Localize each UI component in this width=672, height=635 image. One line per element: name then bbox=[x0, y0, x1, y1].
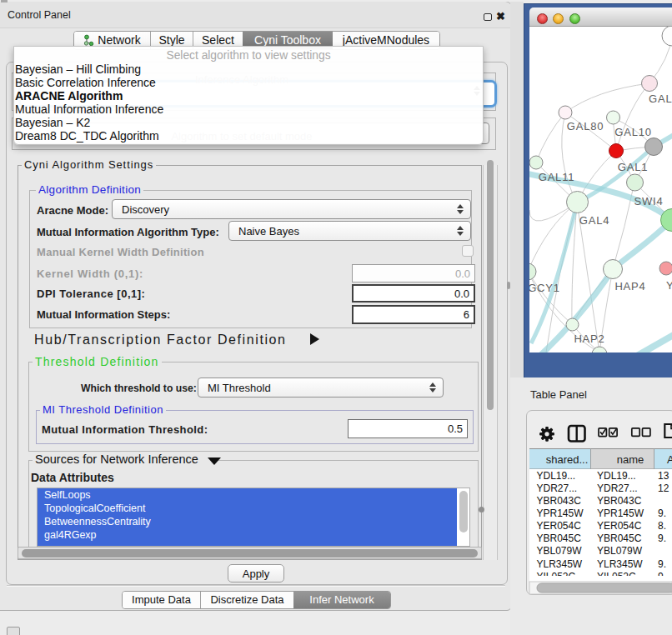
svg-text:8.: 8. bbox=[658, 520, 666, 532]
svg-text:YBR045C: YBR045C bbox=[537, 532, 582, 544]
svg-text:YPR145W: YPR145W bbox=[597, 508, 644, 519]
svg-text:YBR043C: YBR043C bbox=[597, 495, 642, 507]
svg-text:GAL80: GAL80 bbox=[567, 120, 604, 132]
svg-text:HAP4: HAP4 bbox=[614, 280, 645, 292]
svg-text:YBL079W: YBL079W bbox=[597, 545, 643, 557]
svg-text:name: name bbox=[617, 453, 644, 466]
svg-text:YBL079W: YBL079W bbox=[537, 545, 583, 557]
svg-text:GAL2: GAL2 bbox=[649, 92, 672, 105]
svg-text:YDL19...: YDL19... bbox=[597, 470, 636, 482]
svg-text:13: 13 bbox=[658, 470, 669, 482]
svg-text:YDL19...: YDL19... bbox=[537, 470, 576, 482]
svg-text:YLR345W: YLR345W bbox=[597, 558, 643, 570]
svg-text:YPR145W: YPR145W bbox=[537, 508, 584, 519]
svg-text:GAL4: GAL4 bbox=[579, 214, 609, 227]
svg-text:GAL10: GAL10 bbox=[614, 126, 651, 138]
svg-text:GCY1: GCY1 bbox=[529, 281, 560, 293]
svg-text:YBR043C: YBR043C bbox=[537, 495, 582, 507]
svg-text:shared...: shared... bbox=[546, 453, 589, 466]
svg-text:GAL1: GAL1 bbox=[618, 161, 648, 173]
svg-text:12: 12 bbox=[658, 482, 669, 494]
svg-text:SWI4: SWI4 bbox=[634, 195, 664, 208]
svg-text:9.: 9. bbox=[658, 508, 666, 519]
svg-text:A: A bbox=[667, 453, 672, 466]
svg-text:9.: 9. bbox=[658, 558, 666, 570]
svg-text:YBR045C: YBR045C bbox=[597, 532, 642, 544]
svg-text:YM: YM bbox=[666, 279, 672, 292]
svg-text:YDR27...: YDR27... bbox=[597, 482, 638, 494]
svg-text:GAL11: GAL11 bbox=[539, 171, 575, 183]
svg-text:HAP2: HAP2 bbox=[574, 332, 604, 345]
svg-text:9.: 9. bbox=[658, 532, 666, 544]
svg-text:YDR27...: YDR27... bbox=[537, 482, 578, 494]
svg-text:YER054C: YER054C bbox=[597, 520, 642, 532]
svg-text:YER054C: YER054C bbox=[537, 520, 582, 532]
svg-text:YLR345W: YLR345W bbox=[537, 558, 583, 570]
